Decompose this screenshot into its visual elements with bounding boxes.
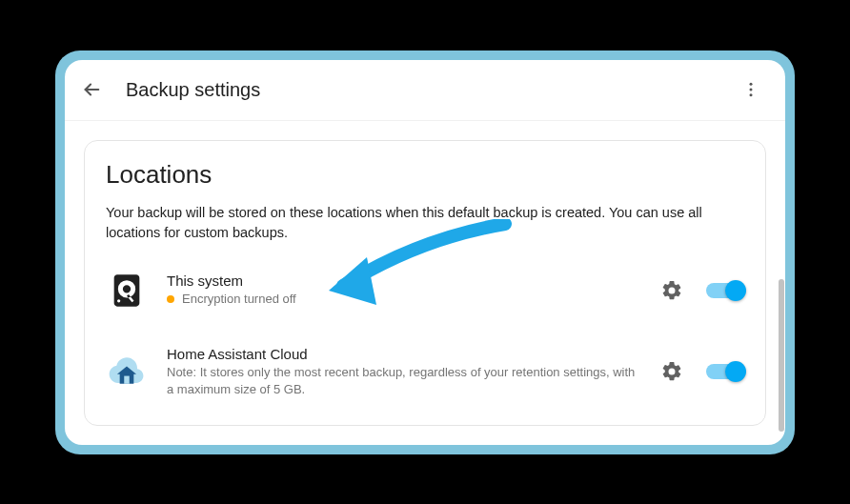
svg-point-2 (750, 89, 753, 91)
svg-point-1 (750, 83, 753, 86)
location-text: This system Encryption turned off (167, 272, 638, 308)
location-settings-button[interactable] (657, 356, 687, 387)
gear-icon (660, 360, 683, 383)
location-row-cloud: Home Assistant Cloud Note: It stores onl… (106, 329, 744, 415)
location-text: Home Assistant Cloud Note: It stores onl… (167, 346, 638, 398)
toggle-thumb (725, 280, 746, 301)
location-row-this-system: This system Encryption turned off (106, 252, 744, 329)
status-dot-icon (167, 295, 174, 303)
location-status: Encryption turned off (167, 291, 638, 308)
dots-vertical-icon (741, 80, 760, 99)
location-toggle[interactable] (706, 364, 744, 379)
card-title: Locations (106, 160, 744, 190)
location-title: This system (167, 272, 638, 289)
locations-card: Locations Your backup will be stored on … (84, 140, 766, 426)
content-area: Locations Your backup will be stored on … (65, 121, 785, 445)
more-menu-button[interactable] (732, 71, 770, 109)
app-bar: Backup settings (65, 60, 785, 121)
svg-rect-4 (124, 376, 130, 384)
page-title: Backup settings (126, 79, 724, 101)
hard-disk-icon (106, 270, 148, 312)
card-description: Your backup will be stored on these loca… (106, 203, 744, 243)
location-toggle[interactable] (706, 283, 744, 298)
cloud-home-icon (106, 351, 148, 393)
location-note: Note: It stores only the most recent bac… (167, 364, 638, 398)
toggle-thumb (725, 361, 746, 382)
location-settings-button[interactable] (657, 275, 687, 306)
app-screen: Backup settings Locations Your backup wi… (65, 60, 785, 445)
device-frame: Backup settings Locations Your backup wi… (55, 50, 795, 454)
location-title: Home Assistant Cloud (167, 346, 638, 362)
back-button[interactable] (72, 71, 111, 109)
svg-point-3 (750, 93, 753, 96)
gear-icon (660, 279, 683, 302)
arrow-left-icon (81, 79, 102, 100)
status-text: Encryption turned off (182, 291, 296, 308)
scrollbar[interactable] (779, 279, 784, 432)
